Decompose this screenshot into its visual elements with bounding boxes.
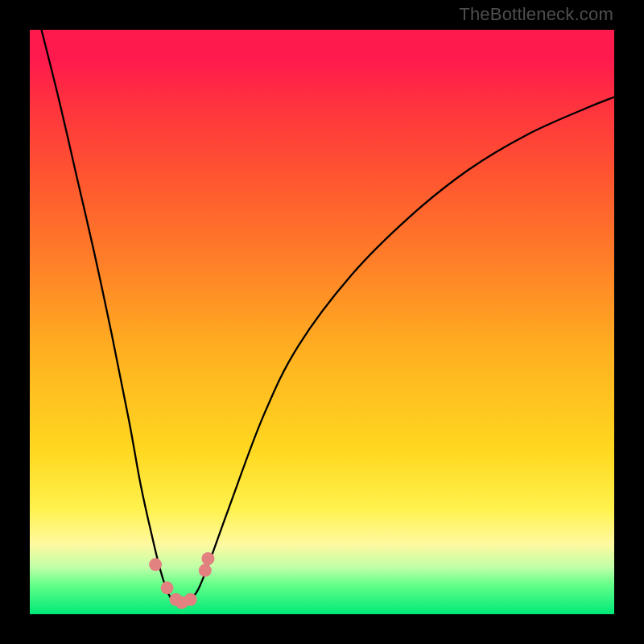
marker-dot — [201, 552, 214, 565]
curve-bottom-markers — [149, 552, 214, 609]
marker-dot — [199, 564, 212, 577]
chart-frame: TheBottleneck.com — [0, 0, 644, 644]
marker-dot — [161, 581, 174, 594]
watermark-text: TheBottleneck.com — [459, 4, 613, 25]
bottleneck-curve — [42, 30, 614, 602]
marker-dot — [184, 593, 197, 606]
marker-dot — [149, 558, 162, 571]
chart-svg — [30, 30, 614, 614]
plot-area — [30, 30, 614, 614]
